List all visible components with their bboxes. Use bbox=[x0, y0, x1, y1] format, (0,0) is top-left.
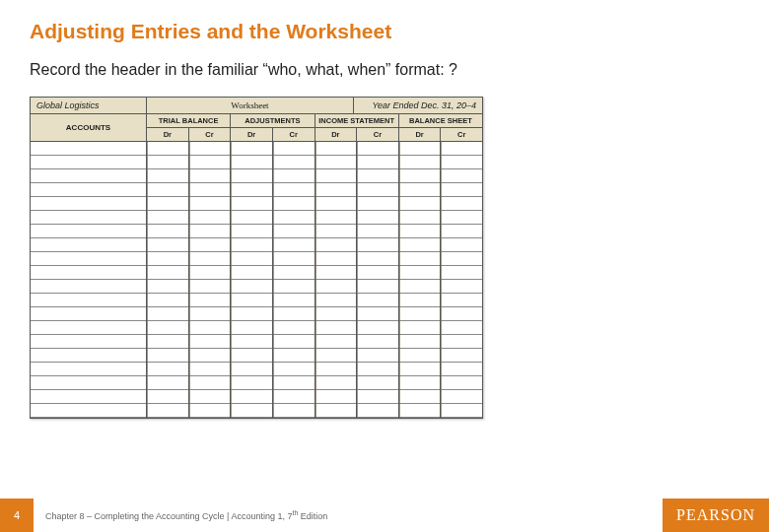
crumb-suffix: Edition bbox=[298, 511, 327, 521]
col-bs-cr bbox=[441, 142, 482, 418]
section-titles-row: TRIAL BALANCE ADJUSTMENTS INCOME STATEME… bbox=[147, 114, 482, 128]
section-income-statement: INCOME STATEMENT bbox=[315, 114, 399, 127]
section-balance-sheet: BALANCE SHEET bbox=[399, 114, 482, 127]
slide-footer: 4 Chapter 8 – Completing the Accounting … bbox=[0, 499, 769, 532]
crumb-prefix: Chapter 8 – Completing the Accounting Cy… bbox=[45, 511, 293, 521]
col-adj-cr bbox=[273, 142, 315, 418]
section-trial-balance: TRIAL BALANCE bbox=[147, 114, 231, 127]
worksheet-body bbox=[31, 142, 482, 418]
slide: Adjusting Entries and the Worksheet Reco… bbox=[0, 0, 769, 532]
slide-body-text: Record the header in the familiar “who, … bbox=[30, 61, 739, 79]
numeric-columns bbox=[147, 142, 482, 418]
dr-label: Dr bbox=[315, 128, 358, 141]
slide-title: Adjusting Entries and the Worksheet bbox=[30, 20, 739, 43]
worksheet-what: Worksheet bbox=[147, 98, 354, 113]
dr-label: Dr bbox=[147, 128, 189, 141]
worksheet-header-row: Global Logistics Worksheet Year Ended De… bbox=[31, 98, 482, 114]
section-adjustments: ADJUSTMENTS bbox=[231, 114, 315, 127]
col-tb-cr bbox=[189, 142, 232, 418]
accounts-column bbox=[31, 142, 147, 418]
pearson-logo: PEARSON bbox=[663, 499, 769, 532]
worksheet-when: Year Ended Dec. 31, 20–4 bbox=[354, 98, 482, 113]
cr-label: Cr bbox=[441, 128, 482, 141]
dr-label: Dr bbox=[231, 128, 273, 141]
dr-cr-row: Dr Cr Dr Cr Dr Cr Dr Cr bbox=[147, 128, 482, 141]
accounts-header: ACCOUNTS bbox=[31, 114, 147, 141]
cr-label: Cr bbox=[189, 128, 232, 141]
dr-label: Dr bbox=[399, 128, 442, 141]
col-adj-dr bbox=[231, 142, 273, 418]
col-is-dr bbox=[315, 142, 358, 418]
cr-label: Cr bbox=[273, 128, 315, 141]
cr-label: Cr bbox=[357, 128, 399, 141]
footer-breadcrumb: Chapter 8 – Completing the Accounting Cy… bbox=[34, 509, 663, 521]
page-number: 4 bbox=[0, 499, 34, 532]
worksheet-who: Global Logistics bbox=[31, 98, 147, 113]
worksheet-column-headers: ACCOUNTS TRIAL BALANCE ADJUSTMENTS INCOM… bbox=[31, 114, 482, 142]
col-is-cr bbox=[357, 142, 399, 418]
col-tb-dr bbox=[147, 142, 189, 418]
worksheet-image: Global Logistics Worksheet Year Ended De… bbox=[30, 97, 483, 419]
col-bs-dr bbox=[399, 142, 442, 418]
